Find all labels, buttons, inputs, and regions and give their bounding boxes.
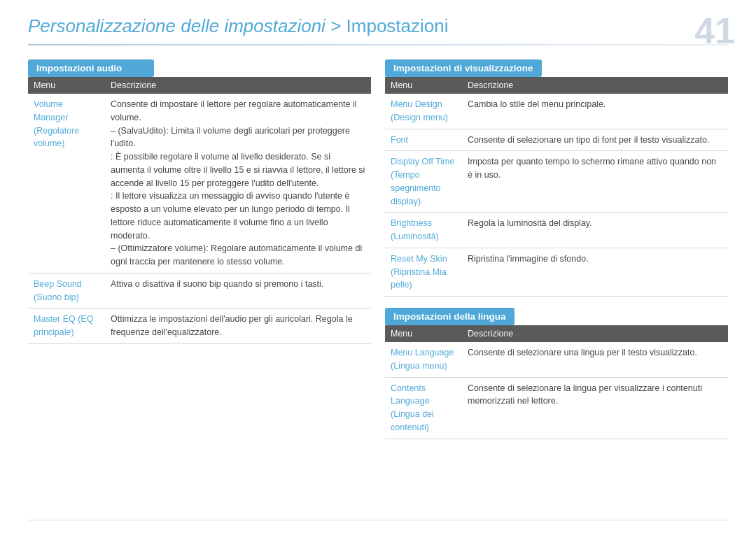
display-table-row: Display Off Time (Tempo spegnimento disp… <box>385 151 728 213</box>
language-section-header: Impostazioni della lingua <box>385 308 514 325</box>
language-table-header-row: Menu Descrizione <box>385 325 728 342</box>
audio-section: Impostazioni audio Menu Descrizione Volu… <box>28 59 371 344</box>
display-table-row: Reset My Skin (Ripristina Mia pelle)Ripr… <box>385 248 728 296</box>
language-col-menu: Menu <box>385 325 462 342</box>
audio-table-row: Master EQ (EQ principale)Ottimizza le im… <box>28 308 371 344</box>
display-menu-cell: Menu Design (Design menu) <box>385 94 462 129</box>
display-col-menu: Menu <box>385 77 462 94</box>
audio-desc-cell: Ottimizza le impostazioni dell'audio per… <box>105 308 371 344</box>
audio-table-row: Beep Sound (Suono bip)Attiva o disattiva… <box>28 273 371 308</box>
display-table-header-row: Menu Descrizione <box>385 77 728 94</box>
title-sub: > Impostazioni <box>326 15 449 37</box>
bottom-divider <box>28 520 728 520</box>
page-title: Personalizzazione delle impostazioni > I… <box>28 15 728 37</box>
language-table: Menu Descrizione Menu Language (Lingua m… <box>385 325 728 439</box>
audio-menu-cell: Beep Sound (Suono bip) <box>28 273 105 308</box>
display-table-row: FontConsente di selezionare un tipo di f… <box>385 129 728 151</box>
page-number: 41 <box>694 13 735 49</box>
display-desc-cell: Ripristina l'immagine di sfondo. <box>462 248 728 296</box>
display-table-row: Brightness (Luminosità)Regola la luminos… <box>385 213 728 248</box>
audio-table-row: Volume Manager (Regolatore volume)Consen… <box>28 94 371 273</box>
left-column: Impostazioni audio Menu Descrizione Volu… <box>28 59 371 450</box>
display-desc-cell: Consente di selezionare un tipo di font … <box>462 129 728 151</box>
title-main: Personalizzazione delle impostazioni <box>28 15 326 37</box>
language-table-row: Contents Language (Lingua dei contenuti)… <box>385 377 728 439</box>
display-section: Impostazioni di visualizzazione Menu Des… <box>385 59 728 297</box>
audio-col-menu: Menu <box>28 77 105 94</box>
language-table-row: Menu Language (Lingua menu)Consente di s… <box>385 342 728 377</box>
audio-desc-cell: Attiva o disattiva il suono bip quando s… <box>105 273 371 308</box>
display-table-row: Menu Design (Design menu)Cambia lo stile… <box>385 94 728 129</box>
language-desc-cell: Consente di selezionare una lingua per i… <box>462 342 728 377</box>
display-menu-cell: Font <box>385 129 462 151</box>
language-col-desc: Descrizione <box>462 325 728 342</box>
display-col-desc: Descrizione <box>462 77 728 94</box>
page-header: Personalizzazione delle impostazioni > I… <box>0 0 756 37</box>
language-section: Impostazioni della lingua Menu Descrizio… <box>385 308 728 439</box>
audio-section-header: Impostazioni audio <box>28 59 154 77</box>
display-desc-cell: Cambia lo stile del menu principale. <box>462 94 728 129</box>
language-menu-cell: Menu Language (Lingua menu) <box>385 342 462 377</box>
display-menu-cell: Display Off Time (Tempo spegnimento disp… <box>385 151 462 213</box>
display-desc-cell: Regola la luminosità del display. <box>462 213 728 248</box>
right-column: Impostazioni di visualizzazione Menu Des… <box>385 59 728 450</box>
audio-menu-cell: Master EQ (EQ principale) <box>28 308 105 344</box>
main-content: Impostazioni audio Menu Descrizione Volu… <box>0 45 756 457</box>
language-desc-cell: Consente di selezionare la lingua per vi… <box>462 377 728 439</box>
display-table: Menu Descrizione Menu Design (Design men… <box>385 77 728 297</box>
audio-table: Menu Descrizione Volume Manager (Regolat… <box>28 77 371 344</box>
display-desc-cell: Imposta per quanto tempo lo schermo rima… <box>462 151 728 213</box>
display-menu-cell: Reset My Skin (Ripristina Mia pelle) <box>385 248 462 296</box>
audio-col-desc: Descrizione <box>105 77 371 94</box>
language-menu-cell: Contents Language (Lingua dei contenuti) <box>385 377 462 439</box>
audio-table-header-row: Menu Descrizione <box>28 77 371 94</box>
audio-desc-cell: Consente di impostare il lettore per reg… <box>105 94 371 273</box>
display-section-header: Impostazioni di visualizzazione <box>385 59 542 77</box>
audio-menu-cell: Volume Manager (Regolatore volume) <box>28 94 105 273</box>
display-menu-cell: Brightness (Luminosità) <box>385 213 462 248</box>
